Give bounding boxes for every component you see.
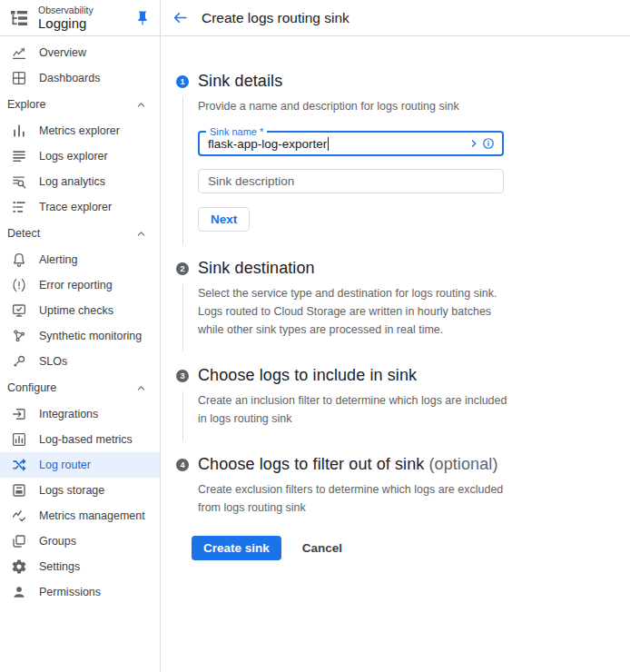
step-header: 1 Sink details — [176, 72, 612, 91]
sidebar-item-label: Uptime checks — [39, 304, 113, 317]
step-header: 2 Sink destination — [176, 259, 612, 278]
stepper-content: 1 Sink details Provide a name and descri… — [161, 36, 630, 578]
cancel-button[interactable]: Cancel — [293, 536, 351, 560]
step-description: Provide a name and description for logs … — [198, 97, 511, 115]
sidebar-item-label: Log-based metrics — [39, 433, 133, 446]
sink-name-value: flask-app-log-exporter — [208, 137, 327, 151]
create-sink-button[interactable]: Create sink — [192, 536, 281, 560]
app-section-label: Observability — [38, 5, 94, 15]
step-exclude-logs: 4 Choose logs to filter out of sink(opti… — [176, 455, 612, 529]
sidebar-item-label: Log router — [39, 459, 91, 471]
sidebar-item-logs-explorer[interactable]: Logs explorer — [0, 143, 160, 169]
overview-chart-icon — [11, 44, 27, 61]
sidebar-item-groups[interactable]: Groups — [0, 529, 160, 554]
dashboards-grid-icon — [11, 70, 27, 86]
sidebar-item-trace-explorer[interactable]: Trace explorer — [0, 194, 160, 220]
chevron-up-icon — [135, 228, 147, 240]
step-title: Choose logs to filter out of sink(option… — [198, 455, 497, 474]
step-include-logs: 3 Choose logs to include in sink Create … — [176, 366, 612, 440]
sidebar-item-label: Groups — [39, 535, 76, 548]
page-title: Create logs routing sink — [202, 10, 349, 26]
sidebar-item-log-analytics[interactable]: Log analytics — [0, 169, 160, 194]
sidebar-section-configure[interactable]: Configure — [0, 374, 160, 401]
sidebar-item-label: Alerting — [39, 253, 77, 266]
sidebar-item-label: Logs storage — [39, 484, 104, 497]
sink-description-input[interactable] — [198, 169, 504, 193]
sidebar-item-error-reporting[interactable]: Error reporting — [0, 272, 160, 298]
sidebar-item-label: Dashboards — [39, 72, 100, 84]
sink-details-form: Sink name * flask-app-log-exporter — [198, 131, 612, 232]
sidebar-item-label: Trace explorer — [39, 201, 112, 213]
step-number-badge: 3 — [176, 370, 189, 382]
app-titles: Observability Logging — [38, 5, 94, 31]
sidebar-item-overview[interactable]: Overview — [0, 40, 160, 65]
sidebar-item-label: Metrics explorer — [39, 124, 120, 137]
step-header: 4 Choose logs to filter out of sink(opti… — [176, 455, 612, 474]
sidebar-item-alerting[interactable]: Alerting — [0, 247, 160, 272]
step-description: Create exclusion filters to determine wh… — [198, 480, 511, 517]
sink-name-field[interactable]: Sink name * flask-app-log-exporter — [198, 131, 504, 156]
sink-name-label: Sink name * — [206, 125, 267, 138]
sidebar-item-log-router[interactable]: Log router — [0, 452, 160, 478]
sidebar-item-label: Integrations — [39, 408, 98, 420]
step-number-badge: 1 — [176, 75, 189, 88]
sidebar-item-permissions[interactable]: Permissions — [0, 579, 160, 605]
field-trailing-icons — [468, 137, 495, 150]
sidebar-item-label: Metrics management — [39, 509, 145, 522]
step-number-badge: 4 — [176, 459, 189, 471]
sidebar-item-label: Settings — [39, 560, 80, 573]
sidebar-header: Observability Logging — [0, 0, 160, 36]
sidebar-item-metrics-management[interactable]: Metrics management — [0, 503, 160, 529]
next-button[interactable]: Next — [198, 207, 250, 232]
footer-actions: Create sink Cancel — [176, 536, 612, 560]
sidebar-item-slos[interactable]: SLOs — [0, 349, 160, 374]
sidebar: Observability Logging Overview — [0, 0, 161, 672]
log-lines-icon — [11, 148, 27, 164]
sidebar-item-metrics-explorer[interactable]: Metrics explorer — [0, 118, 160, 143]
sidebar-item-label: SLOs — [39, 355, 67, 368]
step-title: Sink destination — [198, 259, 315, 278]
sidebar-nav: Overview Dashboards Explore Metrics exp — [0, 36, 160, 605]
trace-spans-icon — [11, 199, 27, 215]
main-panel: Create logs routing sink 1 Sink details … — [161, 0, 630, 672]
sidebar-item-dashboards[interactable]: Dashboards — [0, 65, 160, 91]
step-sink-details: 1 Sink details Provide a name and descri… — [176, 72, 612, 244]
sidebar-item-settings[interactable]: Settings — [0, 554, 160, 579]
slo-dots-icon — [11, 353, 27, 370]
sidebar-item-label: Log analytics — [39, 175, 105, 188]
sidebar-item-label: Logs explorer — [39, 150, 108, 163]
step-title: Choose logs to include in sink — [198, 366, 417, 385]
step-number-badge: 2 — [176, 262, 189, 275]
metrics-check-icon — [11, 508, 27, 524]
shuffle-icon — [11, 457, 27, 473]
app-window: Observability Logging Overview — [0, 0, 630, 672]
step-description: Create an inclusion filter to determine … — [198, 391, 511, 428]
sidebar-item-synthetic-monitoring[interactable]: Synthetic monitoring — [0, 323, 160, 349]
cluster-nodes-icon — [11, 328, 27, 344]
page-header: Create logs routing sink — [161, 0, 630, 36]
gear-icon — [11, 558, 27, 575]
info-icon[interactable] — [482, 137, 495, 150]
sidebar-item-logs-storage[interactable]: Logs storage — [0, 478, 160, 503]
metrics-box-icon — [11, 431, 27, 448]
uptime-monitor-icon — [11, 302, 27, 319]
step-sink-destination: 2 Sink destination Select the service ty… — [176, 259, 612, 351]
app-title: Logging — [38, 15, 94, 31]
step-description: Select the service type and destination … — [198, 284, 511, 339]
sidebar-item-uptime-checks[interactable]: Uptime checks — [0, 298, 160, 323]
sidebar-item-log-based-metrics[interactable]: Log-based metrics — [0, 427, 160, 452]
sidebar-section-explore[interactable]: Explore — [0, 91, 160, 118]
sidebar-item-label: Permissions — [39, 586, 101, 598]
chevron-right-icon[interactable] — [468, 138, 479, 149]
sidebar-item-integrations[interactable]: Integrations — [0, 401, 160, 427]
step-header: 3 Choose logs to include in sink — [176, 366, 612, 385]
chevron-up-icon — [135, 382, 147, 394]
pin-icon[interactable] — [133, 8, 153, 28]
layers-icon — [11, 533, 27, 549]
back-arrow-icon[interactable] — [168, 6, 192, 30]
text-cursor — [328, 137, 329, 151]
log-search-icon — [11, 173, 27, 190]
sidebar-section-detect[interactable]: Detect — [0, 220, 160, 247]
bar-chart-icon — [11, 123, 27, 139]
integration-input-icon — [11, 406, 27, 422]
